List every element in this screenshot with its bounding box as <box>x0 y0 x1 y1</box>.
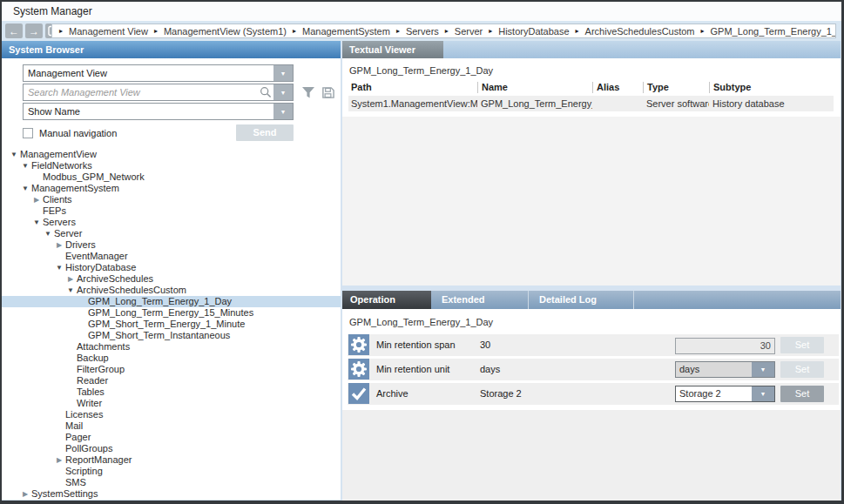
breadcrumb-item[interactable]: Management View <box>69 26 148 37</box>
dropdown-arrow-button[interactable]: ▼ <box>752 362 774 377</box>
value-dropdown[interactable]: days▼ <box>675 361 775 378</box>
tree-item[interactable]: ▼ManagementView <box>2 149 341 160</box>
tree-item[interactable]: ▶Drivers <box>2 239 341 251</box>
tree-item[interactable]: ▶SystemSettings <box>2 488 341 500</box>
tree-item[interactable]: ▶ArchiveSchedules <box>2 273 341 285</box>
search-icon[interactable] <box>258 84 273 100</box>
breadcrumb-arrow-icon: ▸ <box>293 27 296 35</box>
table-column-header[interactable]: Type <box>643 82 709 93</box>
tree-item[interactable]: ▼FieldNetworks <box>2 160 341 171</box>
tree-item[interactable]: Licenses <box>2 409 341 420</box>
back-button[interactable]: ← <box>5 24 23 38</box>
expanded-arrow-icon[interactable]: ▼ <box>65 285 76 296</box>
tree-item[interactable]: Mail <box>2 420 341 432</box>
textual-viewer-header-bar: Textual Viewer <box>342 41 841 58</box>
table-empty-area <box>342 117 841 286</box>
tree-item[interactable]: Attachments <box>2 341 341 353</box>
filter-button[interactable] <box>301 86 315 99</box>
tree-item[interactable]: GPM_Short_Term_Instantaneous <box>2 330 341 341</box>
search-options-arrow-button[interactable]: ▼ <box>273 84 293 100</box>
property-control <box>675 337 775 354</box>
table-column-header[interactable]: Subtype <box>709 82 841 93</box>
breadcrumb-item[interactable]: Server <box>455 26 483 37</box>
display-mode-value: Show Name <box>24 104 273 119</box>
breadcrumb-item[interactable]: HistoryDatabase <box>498 26 569 37</box>
search-input[interactable] <box>24 84 258 100</box>
breadcrumb-arrow-icon: ▸ <box>154 27 158 35</box>
tree-item[interactable]: Writer <box>2 398 341 409</box>
set-button[interactable]: Set <box>780 337 824 353</box>
table-column-header[interactable]: Path <box>348 82 477 93</box>
tree-item[interactable]: GPM_Long_Term_Energy_15_Minutes <box>2 307 341 319</box>
tree-item[interactable]: Backup <box>2 353 341 364</box>
collapsed-arrow-icon[interactable]: ▶ <box>31 194 42 205</box>
system-browser-header: System Browser <box>2 41 341 58</box>
view-selector-arrow-button[interactable]: ▼ <box>273 65 293 81</box>
tree-item[interactable]: Scripting <box>2 466 341 477</box>
tree-item[interactable]: Pager <box>2 432 341 443</box>
collapsed-arrow-icon[interactable]: ▶ <box>54 454 64 466</box>
tree-item[interactable]: Tables <box>2 386 341 398</box>
table-column-header[interactable]: Name <box>477 82 592 93</box>
tree-item[interactable]: ▼Server <box>2 228 341 239</box>
value-input[interactable] <box>675 338 775 354</box>
tree-item-label: Clients <box>43 194 72 205</box>
tree-item-label: GPM_Long_Term_Energy_15_Minutes <box>88 307 253 319</box>
tab-detailed-log[interactable]: Detailed Log <box>529 291 634 309</box>
forward-button[interactable]: → <box>25 24 43 38</box>
tree-item[interactable]: GPM_Long_Term_Energy_1_Day <box>2 296 341 307</box>
system-manager-window: System Manager ← → ★ ▸Management View▸Ma… <box>0 0 844 504</box>
breadcrumb-item[interactable]: GPM_Long_Term_Energy_1_Day <box>711 26 836 37</box>
expanded-arrow-icon[interactable]: ▼ <box>20 183 30 194</box>
tree-item[interactable]: ▼Servers <box>2 217 341 228</box>
breadcrumb-item[interactable]: ArchiveSchedulesCustom <box>585 26 695 37</box>
tree-item-label: ArchiveSchedulesCustom <box>77 285 186 296</box>
tree-item[interactable]: FilterGroup <box>2 364 341 375</box>
table-column-header[interactable]: Alias <box>592 82 643 93</box>
breadcrumb-item[interactable]: ManagementSystem <box>302 26 390 37</box>
display-mode-selector[interactable]: Show Name ▼ <box>23 103 294 120</box>
tree-item-label: SystemSettings <box>31 488 98 500</box>
view-selector[interactable]: Management View ▼ <box>23 64 294 82</box>
expanded-arrow-icon[interactable]: ▼ <box>9 149 19 160</box>
tree-item[interactable]: Modbus_GPM_Network <box>2 171 341 183</box>
breadcrumb-item[interactable]: ManagementView (System1) <box>164 26 287 37</box>
breadcrumb-item[interactable]: Servers <box>406 26 439 37</box>
property-value: Storage 2 <box>480 383 522 405</box>
set-button[interactable]: Set <box>780 386 824 402</box>
send-button[interactable]: Send <box>236 124 294 141</box>
collapsed-arrow-icon[interactable]: ▶ <box>54 239 64 251</box>
textual-viewer-tab[interactable]: Textual Viewer <box>342 41 443 58</box>
save-filter-button[interactable] <box>321 86 334 99</box>
manual-navigation-checkbox[interactable] <box>23 128 33 138</box>
title-bar: System Manager <box>2 2 841 21</box>
tree-item[interactable]: Reader <box>2 375 341 386</box>
tree-item[interactable]: FEPs <box>2 205 341 217</box>
tree-item[interactable]: ▼ManagementSystem <box>2 183 341 194</box>
display-mode-arrow-button[interactable]: ▼ <box>273 104 293 119</box>
tree-item[interactable]: SMS <box>2 477 341 488</box>
table-row[interactable]: System1.ManagementView:Manage...GPM_Long… <box>348 96 834 111</box>
expanded-arrow-icon[interactable]: ▼ <box>43 228 53 239</box>
tree-item-label: SMS <box>65 477 86 488</box>
checkmark-icon <box>348 383 369 404</box>
tree-item[interactable]: ▼HistoryDatabase <box>2 262 341 273</box>
expanded-arrow-icon[interactable]: ▼ <box>31 217 42 228</box>
tree-item-label: HistoryDatabase <box>65 262 136 273</box>
collapsed-arrow-icon[interactable]: ▶ <box>20 488 30 500</box>
collapsed-arrow-icon[interactable]: ▶ <box>65 273 76 285</box>
tree-item[interactable]: GPM_Short_Term_Energy_1_Minute <box>2 319 341 330</box>
tree-item[interactable]: ▶Clients <box>2 194 341 205</box>
tree-item[interactable]: EventManager <box>2 251 341 262</box>
operation-empty-area <box>342 410 841 501</box>
tab-operation[interactable]: Operation <box>342 291 431 309</box>
tree-item[interactable]: ▶ReportManager <box>2 454 341 466</box>
expanded-arrow-icon[interactable]: ▼ <box>20 160 30 171</box>
dropdown-arrow-button[interactable]: ▼ <box>752 386 774 401</box>
tab-extended-operation[interactable]: Extended Operation <box>431 291 529 309</box>
tree-item[interactable]: ▼ArchiveSchedulesCustom <box>2 285 341 296</box>
value-dropdown[interactable]: Storage 2▼ <box>675 386 775 402</box>
set-button[interactable]: Set <box>780 361 824 378</box>
expanded-arrow-icon[interactable]: ▼ <box>54 262 64 273</box>
tree-item[interactable]: PollGroups <box>2 443 341 454</box>
